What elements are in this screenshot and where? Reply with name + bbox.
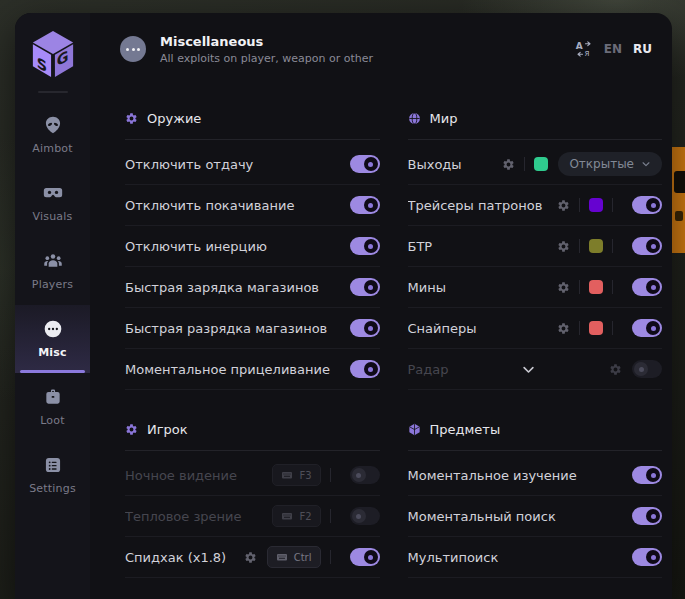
setting-row: Спидхак (x1.8)Ctrl	[125, 537, 380, 578]
gear-icon[interactable]	[557, 281, 570, 294]
control-divider	[579, 280, 580, 294]
dropdown-select[interactable]: Открытые	[558, 152, 662, 176]
setting-row: Трейсеры патронов	[408, 185, 663, 226]
control-divider	[612, 280, 613, 294]
page-subtitle: All exploits on player, weapon or other	[160, 52, 373, 65]
cheat-menu-window: S G AimbotVisualsPlayersMiscLootSettings…	[15, 13, 672, 599]
toggle-switch[interactable]	[350, 319, 380, 337]
section-divider	[125, 139, 380, 140]
gear-icon[interactable]	[244, 551, 257, 564]
sidebar-item-label: Misc	[38, 346, 67, 359]
control-divider	[330, 509, 331, 523]
hotkey-badge[interactable]: F3	[272, 464, 320, 486]
setting-label: БТР	[408, 239, 558, 254]
toggle-switch[interactable]	[632, 466, 662, 484]
ellipsis-circle-icon	[43, 319, 63, 339]
sidebar-item-label: Aimbot	[32, 142, 73, 155]
color-swatch[interactable]	[589, 239, 603, 253]
setting-row: Отключить покачивание	[125, 185, 380, 226]
toggle-knob	[646, 239, 660, 253]
setting-label: Отключить отдачу	[125, 157, 340, 172]
toggle-knob	[646, 509, 660, 523]
setting-row: Быстрая зарядка магазинов	[125, 267, 380, 308]
hotkey-badge[interactable]: F2	[272, 505, 320, 527]
gear-icon[interactable]	[557, 240, 570, 253]
sidebar-item-settings[interactable]: Settings	[15, 441, 90, 509]
gear-icon	[125, 423, 138, 436]
gear-icon	[125, 112, 138, 125]
section-weapon: ОружиеОтключить отдачуОтключить покачива…	[125, 95, 380, 390]
toggle-switch[interactable]	[350, 507, 380, 525]
setting-row: Ночное видениеF3	[125, 455, 380, 496]
sidebar-item-misc[interactable]: Misc	[15, 305, 90, 373]
toggle-knob	[646, 198, 660, 212]
toggle-switch[interactable]	[632, 278, 662, 296]
globe-icon	[408, 112, 421, 125]
gear-icon[interactable]	[557, 199, 570, 212]
toggle-switch[interactable]	[632, 319, 662, 337]
section-divider	[125, 450, 380, 451]
hotkey-badge[interactable]: Ctrl	[267, 546, 321, 568]
cube-icon	[408, 423, 421, 436]
color-swatch[interactable]	[589, 198, 603, 212]
sidebar-item-label: Visuals	[33, 210, 73, 223]
setting-label: Быстрая зарядка магазинов	[125, 280, 340, 295]
control-divider	[579, 239, 580, 253]
setting-row: БТР	[408, 226, 663, 267]
setting-label: Тепловое зрение	[125, 509, 272, 524]
dropdown-value: Открытые	[569, 157, 634, 171]
sidebar-divider	[38, 91, 68, 93]
chevron-down-icon	[641, 159, 651, 169]
section-header: Мир	[408, 95, 663, 131]
toggle-switch[interactable]	[350, 278, 380, 296]
color-swatch[interactable]	[589, 280, 603, 294]
lang-en-button[interactable]: EN	[604, 42, 622, 56]
section-header: Предметы	[408, 406, 663, 442]
toggle-switch[interactable]	[350, 155, 380, 173]
section-title: Мир	[430, 111, 458, 126]
setting-row: Тепловое зрениеF2	[125, 496, 380, 537]
content-grid: ОружиеОтключить отдачуОтключить покачива…	[90, 85, 672, 599]
section-world: МирВыходыОткрытыеТрейсеры патроновБТРМин…	[408, 95, 663, 390]
hotkey-label: F3	[299, 470, 311, 481]
sidebar-item-visuals[interactable]: Visuals	[15, 169, 90, 237]
setting-label: Моментальное прицеливание	[125, 362, 340, 377]
gear-icon[interactable]	[502, 158, 515, 171]
page-title: Miscellaneous	[160, 34, 373, 49]
toggle-switch[interactable]	[350, 360, 380, 378]
svg-text:A: A	[576, 41, 583, 51]
toggle-switch[interactable]	[632, 360, 662, 378]
toggle-switch[interactable]	[350, 548, 380, 566]
toggle-knob	[352, 509, 366, 523]
toggle-switch[interactable]	[350, 196, 380, 214]
setting-label: Быстрая разрядка магазинов	[125, 321, 340, 336]
language-switcher: A я EN RU	[575, 40, 652, 58]
section-items: ПредметыМоментальное изучениеМоментальны…	[408, 406, 663, 578]
toggle-switch[interactable]	[632, 548, 662, 566]
sidebar-item-players[interactable]: Players	[15, 237, 90, 305]
toggle-switch[interactable]	[632, 196, 662, 214]
toggle-knob	[364, 362, 378, 376]
toggle-switch[interactable]	[632, 237, 662, 255]
chevron-down-icon[interactable]	[521, 362, 536, 377]
sidebar-item-loot[interactable]: Loot	[15, 373, 90, 441]
toggle-switch[interactable]	[632, 507, 662, 525]
toggle-switch[interactable]	[350, 466, 380, 484]
sidebar-nav: AimbotVisualsPlayersMiscLootSettings	[15, 101, 90, 509]
gear-icon[interactable]	[609, 363, 622, 376]
control-divider	[330, 468, 331, 482]
color-swatch[interactable]	[589, 321, 603, 335]
color-swatch[interactable]	[534, 157, 548, 171]
hotkey-label: Ctrl	[294, 552, 312, 563]
section-header: Игрок	[125, 406, 380, 442]
sidebar-item-label: Players	[32, 278, 73, 291]
gear-icon[interactable]	[557, 322, 570, 335]
vr-goggles-icon	[43, 183, 63, 203]
toggle-switch[interactable]	[350, 237, 380, 255]
sidebar-item-aimbot[interactable]: Aimbot	[15, 101, 90, 169]
setting-row: ВыходыОткрытые	[408, 144, 663, 185]
toggle-knob	[364, 198, 378, 212]
control-divider	[579, 198, 580, 212]
ellipsis-avatar-icon	[120, 36, 146, 62]
lang-ru-button[interactable]: RU	[633, 42, 652, 56]
